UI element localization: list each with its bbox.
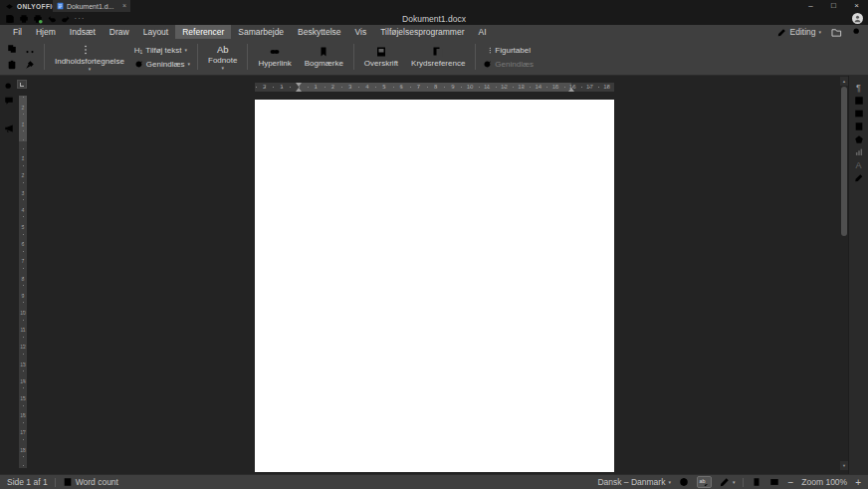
ruler-number: 7 (414, 83, 423, 92)
footnote-icon: Ab (217, 44, 229, 55)
quick-print-button[interactable] (31, 12, 45, 25)
find-button[interactable] (0, 82, 17, 92)
refresh-icon (134, 60, 143, 69)
navigation-button[interactable] (0, 110, 17, 120)
feedback-button[interactable] (0, 123, 17, 133)
hyperlink-button[interactable]: Hyperlink (255, 45, 294, 69)
menu-tab-fil[interactable]: Fil (6, 25, 29, 39)
zoom-in-button[interactable]: + (855, 477, 861, 488)
editing-mode-button[interactable]: Editing ▾ (777, 27, 821, 37)
ruler-number: 15 (19, 395, 27, 401)
status-bar: Side 1 af 1 Word count Dansk – Danmark ▾… (0, 474, 868, 489)
track-changes-button[interactable]: ▾ (720, 477, 736, 487)
signature-settings-button[interactable] (851, 173, 867, 183)
tab-close-icon[interactable]: × (122, 0, 126, 12)
table-of-figures-label: Figurtabel (495, 46, 531, 55)
save-button[interactable] (3, 12, 17, 25)
refresh-toc-button[interactable]: Genindlæs ▾ (134, 60, 190, 69)
megaphone-icon (4, 123, 14, 133)
fit-to-page-button[interactable] (752, 477, 761, 487)
horizontal-ruler[interactable]: 12123456789101112131415161718 (255, 83, 614, 92)
menu-tab-referencer[interactable]: Referencer (175, 25, 231, 39)
ruler-number: 7 (19, 258, 27, 264)
document-page[interactable] (255, 100, 614, 472)
tab-stop-icon (20, 83, 24, 87)
undo-button[interactable] (45, 12, 59, 25)
open-file-location-icon[interactable] (831, 27, 842, 38)
table-of-contents-button[interactable]: Indholdsfortegnelse ▾ (52, 43, 127, 72)
scroll-up-button[interactable]: ▲ (840, 77, 848, 86)
redo-button[interactable] (59, 12, 73, 25)
word-count-button[interactable]: Word count (63, 477, 118, 487)
add-text-button[interactable]: H₁ Tilføj tekst ▾ (134, 46, 190, 55)
shape-settings-button[interactable] (851, 134, 867, 144)
cross-reference-button[interactable]: Krydsreference (408, 45, 468, 69)
format-painter-button[interactable] (23, 58, 37, 72)
comment-icon (4, 96, 14, 106)
vertical-ruler[interactable]: 12123456789101112131415161718 (19, 96, 27, 468)
hanging-indent-marker[interactable] (296, 88, 302, 92)
vertical-scrollbar[interactable]: ▲ ▼ (840, 76, 848, 474)
image-settings-button[interactable] (851, 109, 867, 119)
text-art-icon: A (855, 160, 861, 170)
fit-to-width-button[interactable] (769, 477, 779, 487)
tab-stop-selector[interactable] (17, 80, 27, 89)
header-footer-settings-button[interactable] (851, 122, 867, 131)
page-indicator-label: Side 1 af 1 (7, 477, 48, 487)
document-tab[interactable]: Dokument1.d... × (53, 0, 130, 12)
language-selector[interactable]: Dansk – Danmark ▾ (597, 477, 671, 487)
comments-button[interactable] (0, 96, 17, 106)
refresh-figures-button[interactable]: Genindlæs (483, 60, 534, 69)
user-avatar[interactable] (852, 13, 863, 24)
menu-tab-tilfoejelsesprogrammer[interactable]: Tilføjelsesprogrammer (373, 25, 471, 39)
scroll-down-icon: ▼ (842, 463, 846, 468)
zoom-out-button[interactable]: − (787, 477, 793, 488)
heading-text-icon: H₁ (134, 46, 142, 55)
ruler-number: 18 (19, 447, 27, 453)
footnote-button[interactable]: Ab Fodnote ▾ (205, 43, 240, 71)
menu-tab-draw[interactable]: Draw (103, 25, 136, 39)
window-controls: – □ × (799, 0, 868, 12)
table-settings-button[interactable] (851, 96, 867, 106)
spell-check-toggle[interactable]: ab (697, 476, 712, 488)
title-bar: ONLYOFFICE Dokument1.d... × – □ × (0, 0, 868, 12)
copy-icon (7, 44, 17, 54)
paste-icon (7, 60, 17, 70)
menu-tab-beskyttelse[interactable]: Beskyttelse (291, 25, 347, 39)
menu-tab-samarbejde[interactable]: Samarbejde (231, 25, 291, 39)
redo-icon (61, 14, 71, 24)
right-indent-marker[interactable] (568, 88, 574, 92)
page-indicator[interactable]: Side 1 af 1 (7, 477, 48, 487)
bookmark-button[interactable]: Bogmærke (302, 45, 346, 69)
menu-tab-indsaet[interactable]: Indsæt (63, 25, 103, 39)
first-line-indent-marker[interactable] (296, 83, 302, 87)
cut-button[interactable] (23, 42, 37, 56)
search-icon[interactable] (852, 27, 862, 37)
ribbon-tab-bar: Fil Hjem Indsæt Draw Layout Referencer S… (0, 25, 868, 39)
minimize-button[interactable]: – (799, 0, 822, 12)
scrollbar-thumb[interactable] (841, 87, 847, 236)
ruler-number: 11 (19, 327, 27, 333)
ruler-number: 1 (19, 155, 27, 161)
scroll-down-button[interactable]: ▼ (840, 461, 848, 470)
hyperlink-label: Hyperlink (258, 59, 291, 68)
text-art-settings-button[interactable]: A (851, 160, 867, 170)
menu-tab-ai[interactable]: AI (471, 25, 493, 39)
document-language-button[interactable] (679, 477, 689, 487)
maximize-button[interactable]: □ (822, 0, 845, 12)
menu-tab-vis[interactable]: Vis (348, 25, 374, 39)
paragraph-settings-button[interactable]: ¶ (851, 83, 867, 93)
close-button[interactable]: × (845, 0, 868, 12)
copy-button[interactable] (5, 42, 19, 56)
table-of-figures-button[interactable]: Figurtabel (483, 46, 534, 55)
header-footer-icon (854, 122, 864, 131)
chart-settings-button[interactable] (851, 147, 867, 157)
menu-tab-hjem[interactable]: Hjem (29, 25, 63, 39)
print-button[interactable] (17, 12, 31, 25)
customize-toolbar-button[interactable]: ··· (73, 12, 87, 25)
menu-tab-layout[interactable]: Layout (136, 25, 176, 39)
zoom-level[interactable]: Zoom 100% (801, 477, 847, 487)
paste-button[interactable] (5, 58, 19, 72)
caption-button[interactable]: Overskrift (361, 45, 401, 69)
right-settings-panel: ¶ (848, 76, 868, 474)
